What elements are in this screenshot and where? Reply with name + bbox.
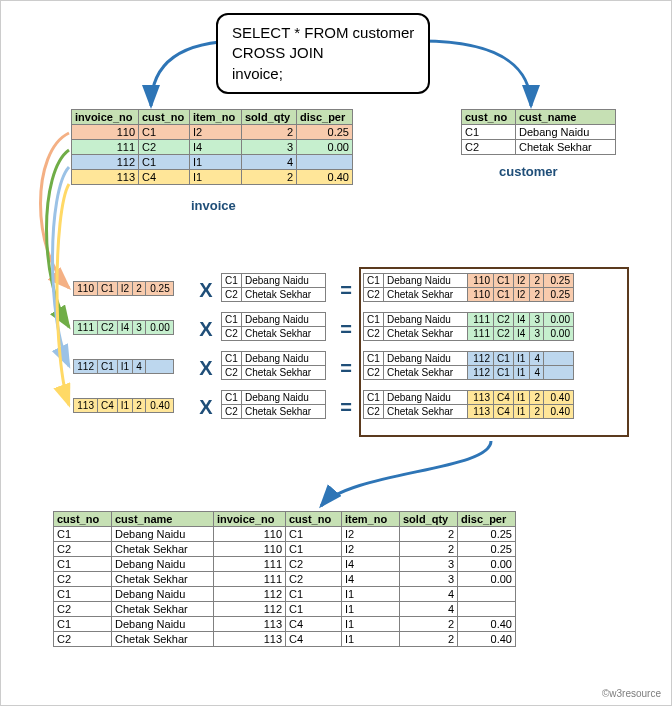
sql-query-box: SELECT * FROM customer CROSS JOIN invoic… — [216, 13, 430, 94]
equals-op: = — [336, 318, 356, 341]
equals-op: = — [336, 357, 356, 380]
mini-customer-pair: C1Debang NaiduC2Chetak Sekhar — [221, 351, 326, 380]
mini-invoice-row: 111C2I430.00 — [73, 320, 174, 335]
mini-invoice-row: 112C1I14 — [73, 359, 174, 374]
equals-op: = — [336, 279, 356, 302]
final-result-table: cust_nocust_nameinvoice_nocust_noitem_no… — [53, 511, 516, 647]
invoice-table: invoice_nocust_noitem_nosold_qtydisc_per… — [71, 109, 353, 185]
mini-customer-pair: C1Debang NaiduC2Chetak Sekhar — [221, 390, 326, 419]
customer-table: cust_nocust_name C1Debang NaiduC2Chetak … — [461, 109, 616, 155]
attribution-text: ©w3resource — [602, 688, 661, 699]
mini-invoice-row: 110C1I220.25 — [73, 281, 174, 296]
times-op: X — [196, 396, 216, 419]
sql-line: SELECT * FROM customer — [232, 23, 414, 43]
diagram-canvas: SELECT * FROM customer CROSS JOIN invoic… — [0, 0, 672, 706]
result-frame — [359, 267, 629, 437]
times-op: X — [196, 318, 216, 341]
invoice-caption: invoice — [191, 198, 236, 213]
sql-line: CROSS JOIN — [232, 43, 414, 63]
times-op: X — [196, 357, 216, 380]
mini-invoice-row: 113C4I120.40 — [73, 398, 174, 413]
customer-caption: customer — [499, 164, 558, 179]
equals-op: = — [336, 396, 356, 419]
times-op: X — [196, 279, 216, 302]
sql-line: invoice; — [232, 64, 414, 84]
mini-customer-pair: C1Debang NaiduC2Chetak Sekhar — [221, 312, 326, 341]
mini-customer-pair: C1Debang NaiduC2Chetak Sekhar — [221, 273, 326, 302]
